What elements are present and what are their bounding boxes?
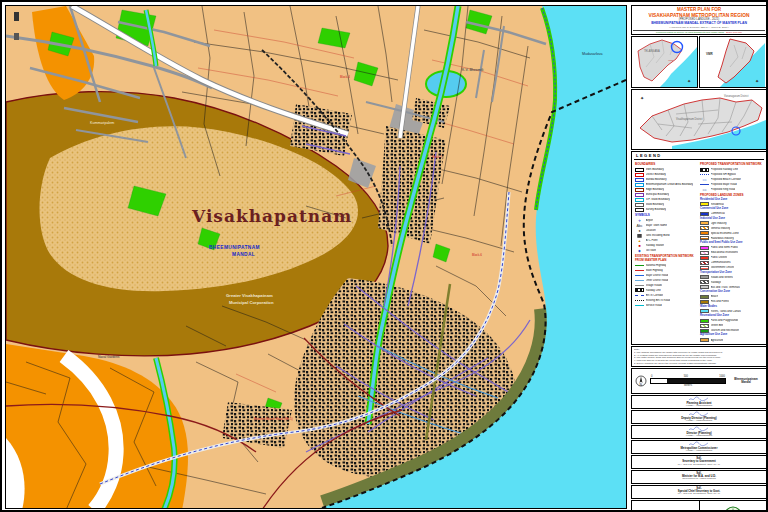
- legend-swatch-rect-h: [700, 226, 709, 230]
- legend-swatch-line: [635, 305, 644, 306]
- legend-swatch-rect-h: [700, 261, 709, 265]
- toll-gate-icon: ◆: [635, 249, 644, 253]
- signature-title: VMRDA, Visakhapatnam: [686, 405, 712, 408]
- legend-item-label: Proposed Major Road: [711, 183, 737, 186]
- footer-logos: VMRDA Visakhapatnam Metropolitan Region …: [631, 500, 767, 512]
- inset-vmr-label: VMR: [706, 52, 714, 56]
- note-line: 5. Survey numbers are as per the revenue…: [634, 362, 764, 365]
- road-label: Bheemili Beach Road (NH-5): [254, 417, 293, 421]
- legend-item-label: G.P. Ward Boundary: [646, 198, 670, 201]
- title-note-green: Prepared based on Survey of India toposh…: [656, 31, 724, 34]
- legend-item-label: Light Industry: [711, 222, 727, 225]
- legend-item-label: Survey Boundary: [646, 208, 667, 211]
- legend-item-label: Bheemunipatnam Urban Area Boundary: [646, 183, 694, 186]
- legend-item-label: Municipal Boundary: [646, 193, 670, 196]
- legend-section-heading: BOUNDARIES: [635, 163, 698, 166]
- signature-title: VMRDA, Visakhapatnam: [686, 450, 712, 453]
- legend-swatch-rect: [700, 319, 709, 323]
- vmrda-logo-cell: VMRDA Visakhapatnam Metropolitan Region …: [631, 500, 700, 512]
- legend-item-label: Tank including Bund: [646, 234, 670, 237]
- legend-item-label: Railway Line: [646, 289, 661, 292]
- signature-block: Metropolitan CommissionerVMRDA, Visakhap…: [631, 440, 767, 454]
- town-name-icon: Abc: [635, 224, 644, 228]
- scale-unit: Meters: [650, 384, 726, 387]
- legend-item: ◆Toll Gate: [635, 248, 698, 253]
- legend-item-label: Tourism and Recreation: [711, 329, 739, 332]
- legend-item-label: Parks and Playgrounds: [711, 319, 739, 322]
- legend-swatch-rect: [700, 295, 709, 299]
- legend-swatch-bnd: [635, 188, 644, 192]
- mandal-label-2: MANDAL: [232, 252, 255, 257]
- legend-section-heading: EXISTING TRANSPORTATION NETWORK FROM MAS…: [635, 255, 698, 261]
- airplane-icon: ✈: [635, 219, 644, 223]
- legend-item-label: Hills and Forest: [711, 300, 730, 303]
- block-label-2: Block-2: [432, 155, 442, 159]
- legend-swatch-rect: [700, 202, 709, 206]
- legend-item-label: Rivers, Tanks and Canals: [711, 310, 741, 313]
- mandal-label-1: BHEEMUNIPATNAM: [209, 245, 260, 250]
- legend-swatch-rect-s: [700, 266, 709, 270]
- legend-swatch-rect: [700, 221, 709, 225]
- legend-swatch-line: [635, 275, 644, 276]
- legend-column-1: BOUNDARIESVMR BoundaryDistrict BoundaryM…: [634, 161, 699, 343]
- title-note-red: Scale 1:10,000: [726, 31, 742, 34]
- legend-item-label: Beach: [711, 295, 719, 298]
- inset-ap-label: TELANGANA: [644, 49, 660, 53]
- location-dot-icon: ●: [635, 229, 644, 233]
- legend-item-label: Existing BRTS Road: [646, 299, 670, 302]
- legend-item-label: Ward Boundary: [646, 203, 665, 206]
- legend-item-label: Public Utilities: [711, 256, 728, 259]
- legend-item-label: Hazardous Industry: [711, 237, 734, 240]
- legend-item-label: Government Offices: [711, 266, 735, 269]
- signature-blocks: Planning AssistantVMRDA, VisakhapatnamDe…: [631, 395, 767, 499]
- legend-swatch-bnd: [635, 173, 644, 177]
- inset-district-label-2: Visakhapatnam District: [676, 117, 703, 121]
- legend-swatch-bnd: [635, 193, 644, 197]
- legend-item-label: Residential: [711, 203, 724, 206]
- block-label-1: Block-4: [340, 75, 350, 79]
- legend-swatch-rect: [700, 275, 709, 279]
- signature-block: Sd/-Special Chief Secretary to Govt.M.A.…: [631, 485, 767, 499]
- legend-item-label: Service Road: [646, 304, 662, 307]
- signature-block: Deputy Director (Planning)VMRDA, Visakha…: [631, 410, 767, 424]
- gvmc-label-1: Greater Visakhapatnam: [226, 293, 273, 298]
- signature-title: M.A. and U.D. Department, Govt. of A.P.: [678, 493, 721, 496]
- legend-item: Agriculture: [700, 338, 763, 343]
- legend-swatch-rect: [700, 309, 709, 313]
- legend-swatch-bnd: [635, 198, 644, 202]
- legend-swatch-wave: ≈≈: [700, 188, 709, 192]
- legend-section-heading: PROPOSED LANDUSE ZONES: [700, 194, 763, 197]
- legend-item-label: Educational Institutions: [711, 251, 739, 254]
- village-label-bheemili: K.V. Bheemili: [462, 68, 483, 72]
- compass-icon: ✦: [687, 78, 691, 84]
- compass-icon: ✦: [640, 95, 644, 101]
- legend: LEGEND BOUNDARIESVMR BoundaryDistrict Bo…: [631, 151, 767, 345]
- scale-tick-500: 500: [684, 375, 688, 378]
- legend-item: ≈≈Proposed Ring Road: [700, 187, 763, 192]
- inset-map-vmr: VMR ✦: [699, 36, 767, 88]
- legend-swatch-rect-h: [700, 280, 709, 284]
- legend-item-label: Proposed Railway Line: [711, 168, 739, 171]
- legend-section-heading: PROPOSED TRANSPORTATION NETWORK: [700, 163, 763, 166]
- signature-block: Sd/-Minister for M.A. and U.D.Government…: [631, 470, 767, 484]
- legend-item-label: National Highway: [646, 264, 667, 267]
- signature-block: Sd/-Secretary to GovernmentM.A. and U.D.…: [631, 455, 767, 469]
- legend-item-label: Major Town Name: [646, 224, 668, 227]
- legend-item: Commercial: [700, 211, 763, 216]
- signature-title: Government of Andhra Pradesh: [682, 478, 716, 481]
- inset-maps: TELANGANA VMR ✦ VMR ✦: [631, 36, 767, 150]
- legend-swatch-dots: [700, 174, 709, 175]
- legend-swatch-bnd: [635, 178, 644, 182]
- legend-section-heading: SYMBOLS: [635, 214, 698, 217]
- legend-swatch-rect: [700, 338, 709, 342]
- inset-district-label-1: Vizianagaram District: [724, 94, 749, 98]
- gvmc-label-2: Municipal Corporation: [229, 300, 274, 305]
- legend-item: Government Offices: [700, 265, 763, 270]
- railway-station-icon: ■: [635, 244, 644, 248]
- legend-swatch-line: [635, 285, 644, 286]
- block-label-3: Block-6: [472, 253, 482, 257]
- legend-swatch-rect: [700, 285, 709, 289]
- north-arrow-icon: N: [635, 375, 647, 387]
- legend-swatch-line: [635, 270, 644, 271]
- legend-item-label: Railways: [711, 281, 722, 284]
